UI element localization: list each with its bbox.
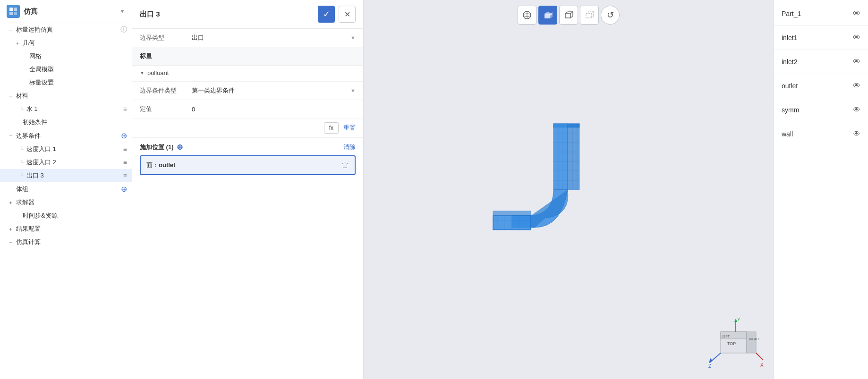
tb-sphere-button[interactable]: [518, 6, 536, 25]
confirm-button[interactable]: ✓: [318, 6, 335, 23]
sidebar-item-material[interactable]: － 材料: [0, 89, 132, 102]
right-item-inlet2[interactable]: inlet2 👁: [774, 52, 868, 72]
wireframe-icon: [564, 10, 573, 20]
sidebar-item-initial-conditions[interactable]: 初始条件: [0, 116, 132, 129]
sidebar-item-velocity-inlet1[interactable]: └ 速度入口 1 ≡: [0, 143, 132, 156]
apply-header: 施加位置 (1) ⊕ 清除: [140, 143, 356, 152]
scalar-section-header: 标量: [132, 47, 363, 66]
svg-text:X: X: [760, 362, 764, 368]
sidebar-item-time-resources[interactable]: 时间步&资源: [0, 209, 132, 222]
svg-rect-10: [565, 14, 570, 18]
check-icon: ✓: [323, 9, 330, 19]
panel-body: 边界类型 出口 ▼ 标量 ▼ polluant 边界条件类型 第一类边界条件 ▼: [132, 29, 363, 379]
panel-header: 出口 3 ✓ ✕: [132, 0, 363, 29]
sidebar-item-post-calc[interactable]: － 仿真计算: [0, 236, 132, 249]
right-item-outlet[interactable]: outlet 👁: [774, 76, 868, 96]
expand-icon: ＋: [7, 199, 14, 206]
collapse-icon: －: [7, 26, 14, 34]
boundary-type-value[interactable]: 出口 ▼: [192, 34, 356, 42]
close-icon: ✕: [344, 10, 350, 19]
collapse-icon: －: [7, 92, 14, 100]
inlet1-visibility-icon[interactable]: 👁: [853, 34, 860, 42]
collapse-icon: －: [7, 132, 14, 140]
tb-reset-button[interactable]: ↺: [601, 6, 620, 25]
right-item-inlet1[interactable]: inlet1 👁: [774, 28, 868, 48]
sidebar-item-water1[interactable]: └ 水 1 ≡: [0, 102, 132, 116]
viewport: ↺: [364, 0, 774, 379]
condition-type-label: 边界条件类型: [140, 86, 192, 95]
wall-visibility-icon[interactable]: 👁: [853, 130, 860, 138]
collapse-icon: －: [7, 238, 14, 246]
sidebar-item-scalar-transport[interactable]: － 标量运输仿真 ⓘ: [0, 23, 132, 36]
outlet3-panel: 出口 3 ✓ ✕ 边界类型 出口 ▼ 标量 ▼ polluant: [132, 0, 364, 379]
sidebar-item-geometry[interactable]: ＋ 几何: [0, 36, 132, 50]
sidebar-item-velocity-inlet2[interactable]: └ 速度入口 2 ≡: [0, 156, 132, 169]
sidebar-item-scalar-settings[interactable]: 标量设置: [0, 76, 132, 89]
dropdown-arrow2-icon: ▼: [350, 88, 356, 93]
fx-button[interactable]: fx: [324, 122, 339, 134]
sidebar-item-solver[interactable]: ＋ 求解器: [0, 196, 132, 209]
sub-line: └: [18, 145, 26, 153]
divider2: [774, 50, 868, 50]
sidebar-item-result-config[interactable]: ＋ 结果配置: [0, 222, 132, 236]
fixed-value-row: 定值 0: [132, 100, 363, 118]
spacer: [20, 79, 27, 86]
svg-line-52: [710, 353, 721, 362]
part1-visibility-icon[interactable]: 👁: [853, 9, 860, 18]
spacer: [7, 185, 14, 193]
tb-wireframe-button[interactable]: [559, 6, 578, 25]
add-body-icon[interactable]: ⊕: [121, 185, 127, 194]
face-label: 面：outlet: [146, 161, 175, 169]
polluant-title[interactable]: ▼ polluant: [140, 69, 356, 76]
fixed-value-label: 定值: [140, 105, 192, 113]
right-item-symm[interactable]: symm 👁: [774, 100, 868, 120]
coordinate-indicator: TOP RIGHT LEFT Y Z X: [707, 318, 764, 370]
app-title: 仿真: [24, 7, 116, 16]
polluant-subsection: ▼ polluant: [132, 66, 363, 82]
tb-transparent-button[interactable]: [580, 6, 599, 25]
spacer: [13, 159, 16, 166]
svg-rect-26: [493, 211, 531, 216]
symm-visibility-icon[interactable]: 👁: [853, 106, 860, 114]
right-item-part1[interactable]: Part_1 👁: [774, 4, 868, 24]
part1-label: Part_1: [782, 10, 801, 17]
clear-button[interactable]: 清除: [343, 143, 356, 152]
sidebar-item-global-model[interactable]: 全局模型: [0, 63, 132, 76]
fixed-value-input[interactable]: 0: [192, 106, 356, 113]
3d-model: [484, 114, 654, 275]
sidebar-item-outlet3[interactable]: └ 出口 3 ≡: [0, 169, 132, 182]
menu-icon[interactable]: ≡: [123, 172, 127, 179]
outlet-visibility-icon[interactable]: 👁: [853, 82, 860, 90]
condition-type-value[interactable]: 第一类边界条件 ▼: [192, 86, 356, 95]
menu-icon[interactable]: ≡: [123, 105, 127, 113]
sidebar: 仿真 ▼ － 标量运输仿真 ⓘ ＋ 几何 网格 全局模型 标量设置 － 材料 └…: [0, 0, 132, 379]
close-button[interactable]: ✕: [339, 6, 356, 23]
app-arrow: ▼: [119, 8, 125, 15]
inlet2-visibility-icon[interactable]: 👁: [853, 58, 860, 66]
svg-rect-24: [568, 124, 579, 190]
menu-icon[interactable]: ≡: [123, 145, 127, 153]
svg-rect-1: [14, 8, 17, 11]
sub-line: └: [18, 172, 26, 179]
spacer: [13, 145, 16, 153]
sidebar-item-boundary-conditions[interactable]: － 边界条件 ⊕: [0, 129, 132, 143]
expand-icon: ＋: [7, 225, 14, 233]
sphere-icon: [522, 10, 532, 20]
delete-face-button[interactable]: 🗑: [341, 161, 349, 169]
sidebar-header: 仿真 ▼: [0, 0, 132, 23]
spacer: [20, 52, 27, 60]
sub-line: └: [18, 105, 26, 113]
add-location-icon[interactable]: ⊕: [177, 143, 183, 152]
svg-text:TOP: TOP: [727, 341, 736, 346]
add-boundary-icon[interactable]: ⊕: [121, 131, 127, 140]
menu-icon[interactable]: ≡: [123, 159, 127, 166]
reset-button[interactable]: 重置: [343, 124, 356, 132]
app-icon: [7, 5, 20, 18]
spacer: [13, 105, 16, 113]
svg-rect-23: [553, 124, 568, 190]
tb-solid-button[interactable]: [538, 6, 557, 25]
apply-location-section: 施加位置 (1) ⊕ 清除 面：outlet 🗑: [132, 138, 363, 180]
sidebar-item-mesh[interactable]: 网格: [0, 50, 132, 63]
right-item-wall[interactable]: wall 👁: [774, 124, 868, 144]
sidebar-item-body-group[interactable]: 体组 ⊕: [0, 182, 132, 196]
